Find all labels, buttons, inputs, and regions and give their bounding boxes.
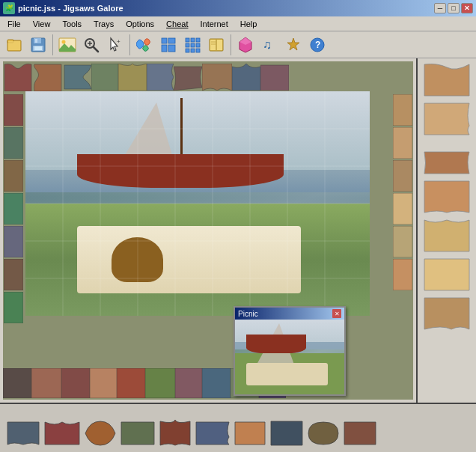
svg-rect-21: [186, 38, 189, 42]
bottom-piece[interactable]: [6, 421, 40, 446]
puzzle-piece[interactable]: [4, 292, 23, 323]
puzzle-piece[interactable]: [175, 368, 202, 398]
grid2-button[interactable]: [181, 34, 204, 56]
puzzle-piece[interactable]: [393, 193, 412, 225]
star-button[interactable]: [282, 34, 305, 56]
tray-piece-svg: [423, 102, 471, 136]
puzzle-piece[interactable]: [4, 160, 23, 192]
puzzle-piece[interactable]: [3, 368, 31, 398]
app-icon: 🧩: [3, 2, 15, 14]
puzzle-piece[interactable]: [202, 368, 231, 398]
save-button[interactable]: [27, 34, 49, 56]
tray-piece[interactable]: [421, 178, 472, 216]
svg-rect-22: [191, 38, 195, 42]
bottom-piece[interactable]: [307, 421, 340, 446]
toolbar: +: [0, 31, 476, 58]
tray-piece[interactable]: [421, 217, 472, 254]
bottom-piece[interactable]: [343, 421, 377, 446]
puzzle-piece[interactable]: [117, 368, 145, 398]
menu-internet[interactable]: Internet: [194, 17, 234, 31]
mini-preview-close-button[interactable]: ✕: [332, 309, 341, 318]
mini-preview-image: [235, 320, 344, 394]
puzzle-piece[interactable]: [3, 63, 33, 91]
book-button[interactable]: [205, 34, 228, 56]
puzzle-piece[interactable]: [393, 94, 412, 126]
svg-rect-27: [186, 49, 189, 52]
svg-rect-32: [216, 40, 222, 50]
bottom-piece[interactable]: [234, 421, 266, 446]
bottom-piece[interactable]: [120, 421, 156, 446]
svg-text:♫: ♫: [263, 38, 272, 51]
svg-rect-31: [210, 40, 216, 50]
gem-button[interactable]: [234, 34, 257, 56]
svg-rect-25: [191, 43, 195, 47]
maximize-button[interactable]: □: [448, 3, 460, 13]
mini-preview-window: Picnic ✕: [234, 306, 346, 396]
tray-piece[interactable]: [421, 139, 472, 177]
puzzle-piece[interactable]: [232, 64, 260, 91]
bottom-piece[interactable]: [159, 420, 192, 447]
puzzle-piece[interactable]: [33, 63, 63, 91]
grid1-button[interactable]: [157, 34, 180, 56]
pieces-right-col: [392, 94, 413, 367]
menu-trays[interactable]: Trays: [88, 17, 120, 31]
tray-piece[interactable]: [421, 61, 472, 99]
puzzle-piece[interactable]: [118, 64, 147, 91]
toolbar-separator-1: [52, 34, 53, 55]
puzzle-piece[interactable]: [4, 127, 23, 159]
svg-rect-7: [34, 46, 42, 50]
help-toolbar-button[interactable]: ?: [306, 34, 329, 56]
puzzle-piece[interactable]: [393, 259, 412, 290]
puzzle-piece[interactable]: [31, 368, 61, 398]
puzzle-piece[interactable]: [393, 160, 412, 192]
scatter-button[interactable]: [133, 34, 156, 56]
puzzle-piece[interactable]: [202, 64, 232, 91]
puzzle-piece[interactable]: [61, 368, 90, 398]
title-buttons: ─ □ ✕: [434, 3, 473, 13]
tray-piece[interactable]: [421, 256, 472, 293]
puzzle-piece[interactable]: [4, 259, 23, 290]
puzzle-piece[interactable]: [174, 64, 202, 91]
menu-options[interactable]: Options: [120, 17, 160, 31]
puzzle-piece[interactable]: [91, 64, 118, 91]
puzzle-piece[interactable]: [145, 368, 175, 398]
puzzle-piece[interactable]: [393, 226, 412, 257]
puzzle-piece[interactable]: [4, 193, 23, 225]
svg-rect-2: [8, 41, 20, 50]
bottom-piece[interactable]: [269, 420, 304, 447]
puzzle-piece[interactable]: [4, 226, 23, 257]
svg-rect-11: [59, 49, 76, 52]
menu-file[interactable]: File: [1, 17, 27, 31]
menu-view[interactable]: View: [27, 17, 57, 31]
image-button[interactable]: [56, 34, 79, 56]
tray-piece-svg: [423, 141, 471, 175]
svg-rect-17: [162, 38, 167, 43]
toolbar-separator-2: [129, 34, 130, 55]
minimize-button[interactable]: ─: [434, 3, 446, 13]
music-button[interactable]: ♫: [258, 34, 281, 56]
puzzle-piece[interactable]: [90, 368, 117, 398]
puzzle-canvas[interactable]: Picnic ✕: [3, 61, 413, 400]
menu-tools[interactable]: Tools: [56, 17, 88, 31]
tray-piece-svg: [423, 180, 471, 214]
puzzle-piece[interactable]: [260, 64, 289, 91]
menu-cheat[interactable]: Cheat: [160, 17, 194, 31]
bottom-piece[interactable]: [84, 420, 117, 447]
cursor-button[interactable]: +: [104, 34, 126, 56]
puzzle-piece[interactable]: [4, 94, 23, 126]
tray-piece[interactable]: [421, 295, 472, 332]
close-button[interactable]: ✕: [461, 3, 473, 13]
bottom-piece[interactable]: [195, 421, 231, 446]
puzzle-piece[interactable]: [147, 64, 174, 91]
open-button[interactable]: [3, 34, 25, 56]
menu-help[interactable]: Help: [234, 17, 263, 31]
puzzle-piece[interactable]: [393, 127, 412, 159]
puzzle-piece[interactable]: [63, 64, 91, 91]
svg-line-13: [94, 47, 98, 52]
bottom-tray: [0, 403, 476, 452]
bottom-piece[interactable]: [43, 421, 81, 446]
tray-piece[interactable]: [421, 100, 472, 138]
svg-rect-29: [196, 49, 200, 52]
zoom-button[interactable]: [80, 34, 103, 56]
tray-piece-svg: [423, 63, 471, 97]
